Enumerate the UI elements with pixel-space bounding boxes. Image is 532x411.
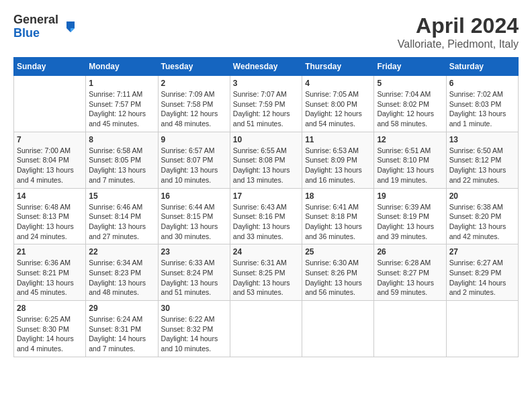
- calendar-cell: 20Sunrise: 6:38 AMSunset: 8:20 PMDayligh…: [446, 188, 518, 244]
- day-number: 8: [89, 135, 154, 144]
- day-number: 7: [17, 135, 83, 144]
- calendar-cell: 1Sunrise: 7:11 AMSunset: 7:57 PMDaylight…: [86, 76, 158, 132]
- calendar-cell: 23Sunrise: 6:33 AMSunset: 8:24 PMDayligh…: [158, 244, 230, 301]
- day-number: 5: [377, 79, 443, 88]
- day-number: 3: [233, 79, 299, 88]
- calendar-cell: 16Sunrise: 6:44 AMSunset: 8:15 PMDayligh…: [158, 188, 230, 244]
- logo-blue: Blue: [13, 26, 40, 40]
- calendar-cell: 29Sunrise: 6:24 AMSunset: 8:31 PMDayligh…: [86, 301, 158, 357]
- day-number: 18: [305, 191, 371, 201]
- calendar-cell: 24Sunrise: 6:31 AMSunset: 8:25 PMDayligh…: [230, 244, 302, 301]
- day-number: 23: [161, 247, 227, 257]
- month-title: April 2024: [398, 13, 519, 38]
- day-info: Sunrise: 6:43 AMSunset: 8:16 PMDaylight:…: [233, 202, 299, 242]
- day-number: 26: [377, 247, 443, 257]
- calendar-cell: 3Sunrise: 7:07 AMSunset: 7:59 PMDaylight…: [230, 76, 302, 132]
- calendar-cell: 4Sunrise: 7:05 AMSunset: 8:00 PMDaylight…: [302, 76, 374, 132]
- day-number: 6: [449, 79, 515, 88]
- calendar-cell: 7Sunrise: 7:00 AMSunset: 8:04 PMDaylight…: [14, 132, 86, 188]
- day-info: Sunrise: 6:30 AMSunset: 8:26 PMDaylight:…: [305, 258, 371, 298]
- logo-icon: [61, 19, 77, 35]
- calendar-cell: 8Sunrise: 6:58 AMSunset: 8:05 PMDaylight…: [86, 132, 158, 188]
- calendar-cell: 14Sunrise: 6:48 AMSunset: 8:13 PMDayligh…: [14, 188, 86, 244]
- page-header: General Blue April 2024 Valloriate, Pied…: [13, 13, 519, 50]
- logo: General Blue: [13, 13, 77, 40]
- day-info: Sunrise: 6:46 AMSunset: 8:14 PMDaylight:…: [89, 202, 154, 242]
- day-info: Sunrise: 6:36 AMSunset: 8:21 PMDaylight:…: [17, 258, 83, 298]
- day-info: Sunrise: 6:48 AMSunset: 8:13 PMDaylight:…: [17, 202, 83, 242]
- calendar-cell: 2Sunrise: 7:09 AMSunset: 7:58 PMDaylight…: [158, 76, 230, 132]
- day-info: Sunrise: 6:57 AMSunset: 8:07 PMDaylight:…: [161, 146, 227, 185]
- location: Valloriate, Piedmont, Italy: [398, 38, 519, 50]
- calendar-header: SundayMondayTuesdayWednesdayThursdayFrid…: [14, 58, 519, 76]
- day-info: Sunrise: 6:58 AMSunset: 8:05 PMDaylight:…: [89, 146, 154, 185]
- header-day-sunday: Sunday: [14, 58, 86, 76]
- header-day-wednesday: Wednesday: [230, 58, 302, 76]
- calendar-table: SundayMondayTuesdayWednesdayThursdayFrid…: [13, 57, 519, 357]
- day-info: Sunrise: 6:41 AMSunset: 8:18 PMDaylight:…: [305, 202, 371, 242]
- day-info: Sunrise: 6:34 AMSunset: 8:23 PMDaylight:…: [89, 258, 154, 298]
- day-number: 24: [233, 247, 299, 257]
- day-info: Sunrise: 6:38 AMSunset: 8:20 PMDaylight:…: [449, 202, 515, 242]
- day-info: Sunrise: 6:28 AMSunset: 8:27 PMDaylight:…: [377, 258, 443, 298]
- calendar-cell: 9Sunrise: 6:57 AMSunset: 8:07 PMDaylight…: [158, 132, 230, 188]
- day-info: Sunrise: 7:11 AMSunset: 7:57 PMDaylight:…: [89, 89, 154, 129]
- day-info: Sunrise: 6:51 AMSunset: 8:10 PMDaylight:…: [377, 146, 443, 185]
- day-number: 4: [305, 79, 371, 88]
- calendar-cell: 25Sunrise: 6:30 AMSunset: 8:26 PMDayligh…: [302, 244, 374, 301]
- calendar-cell: [374, 301, 446, 357]
- day-number: 30: [161, 304, 227, 313]
- day-info: Sunrise: 7:04 AMSunset: 8:02 PMDaylight:…: [377, 89, 443, 129]
- day-info: Sunrise: 6:44 AMSunset: 8:15 PMDaylight:…: [161, 202, 227, 242]
- calendar-body: 1Sunrise: 7:11 AMSunset: 7:57 PMDaylight…: [14, 76, 519, 357]
- day-number: 29: [89, 304, 154, 313]
- logo-text: General Blue: [13, 13, 58, 40]
- day-info: Sunrise: 7:02 AMSunset: 8:03 PMDaylight:…: [449, 89, 515, 129]
- calendar-cell: 21Sunrise: 6:36 AMSunset: 8:21 PMDayligh…: [14, 244, 86, 301]
- day-number: 10: [233, 135, 299, 144]
- day-info: Sunrise: 6:31 AMSunset: 8:25 PMDaylight:…: [233, 258, 299, 298]
- day-number: 17: [233, 191, 299, 201]
- header-day-thursday: Thursday: [302, 58, 374, 76]
- svg-marker-1: [71, 28, 75, 32]
- week-row-5: 28Sunrise: 6:25 AMSunset: 8:30 PMDayligh…: [14, 301, 519, 357]
- day-number: 13: [449, 135, 515, 144]
- day-info: Sunrise: 7:07 AMSunset: 7:59 PMDaylight:…: [233, 89, 299, 129]
- header-day-monday: Monday: [86, 58, 158, 76]
- day-number: 19: [377, 191, 443, 201]
- day-number: 22: [89, 247, 154, 257]
- header-row: SundayMondayTuesdayWednesdayThursdayFrid…: [14, 58, 519, 76]
- calendar-cell: 27Sunrise: 6:27 AMSunset: 8:29 PMDayligh…: [446, 244, 518, 301]
- day-number: 1: [89, 79, 154, 88]
- calendar-cell: [446, 301, 518, 357]
- day-number: 11: [305, 135, 371, 144]
- calendar-cell: 12Sunrise: 6:51 AMSunset: 8:10 PMDayligh…: [374, 132, 446, 188]
- day-info: Sunrise: 7:05 AMSunset: 8:00 PMDaylight:…: [305, 89, 371, 129]
- day-info: Sunrise: 6:24 AMSunset: 8:31 PMDaylight:…: [89, 314, 154, 354]
- day-info: Sunrise: 6:33 AMSunset: 8:24 PMDaylight:…: [161, 258, 227, 298]
- calendar-cell: 13Sunrise: 6:50 AMSunset: 8:12 PMDayligh…: [446, 132, 518, 188]
- calendar-cell: 15Sunrise: 6:46 AMSunset: 8:14 PMDayligh…: [86, 188, 158, 244]
- day-number: 21: [17, 247, 83, 257]
- day-info: Sunrise: 6:53 AMSunset: 8:09 PMDaylight:…: [305, 146, 371, 185]
- day-info: Sunrise: 6:50 AMSunset: 8:12 PMDaylight:…: [449, 146, 515, 185]
- logo-general: General: [13, 13, 58, 26]
- calendar-cell: 5Sunrise: 7:04 AMSunset: 8:02 PMDaylight…: [374, 76, 446, 132]
- day-number: 20: [449, 191, 515, 201]
- day-number: 14: [17, 191, 83, 201]
- calendar-cell: [230, 301, 302, 357]
- header-day-friday: Friday: [374, 58, 446, 76]
- calendar-cell: [14, 76, 86, 132]
- calendar-cell: 11Sunrise: 6:53 AMSunset: 8:09 PMDayligh…: [302, 132, 374, 188]
- calendar-cell: 10Sunrise: 6:55 AMSunset: 8:08 PMDayligh…: [230, 132, 302, 188]
- day-info: Sunrise: 6:27 AMSunset: 8:29 PMDaylight:…: [449, 258, 515, 298]
- day-info: Sunrise: 6:22 AMSunset: 8:32 PMDaylight:…: [161, 314, 227, 354]
- calendar-cell: 18Sunrise: 6:41 AMSunset: 8:18 PMDayligh…: [302, 188, 374, 244]
- day-info: Sunrise: 6:39 AMSunset: 8:19 PMDaylight:…: [377, 202, 443, 242]
- calendar-cell: 22Sunrise: 6:34 AMSunset: 8:23 PMDayligh…: [86, 244, 158, 301]
- calendar-cell: 19Sunrise: 6:39 AMSunset: 8:19 PMDayligh…: [374, 188, 446, 244]
- day-info: Sunrise: 7:00 AMSunset: 8:04 PMDaylight:…: [17, 146, 83, 185]
- header-day-saturday: Saturday: [446, 58, 518, 76]
- day-info: Sunrise: 6:55 AMSunset: 8:08 PMDaylight:…: [233, 146, 299, 185]
- calendar-cell: 26Sunrise: 6:28 AMSunset: 8:27 PMDayligh…: [374, 244, 446, 301]
